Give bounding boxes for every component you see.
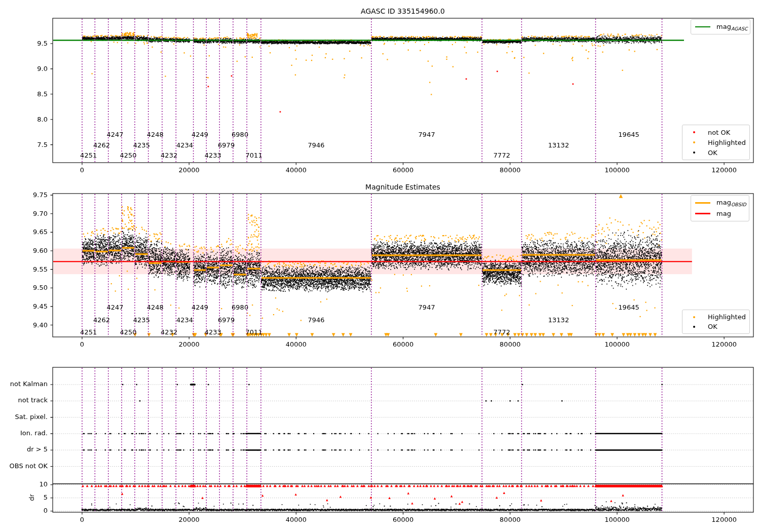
plot2-obsid-label: 4248 [147,304,164,311]
plot1-obsid-label: 4251 [80,152,97,159]
legend-entry-ok-dot [693,326,695,328]
legend-entry-ok-label: OK [708,323,717,330]
legend-entry-mag-obsid-label: magOBSID [716,199,746,207]
plot1-obsid-label: 13132 [548,142,569,149]
figure: AGASC ID 335154960.0 Magnitude Estimates… [0,0,760,532]
plot2-obsid-label: 7011 [246,329,262,336]
legend-entry-mag-line-swatch [695,213,710,214]
plot3-x-tick-label: 0 [80,516,84,523]
plot1-obsid-label: 4262 [93,142,110,149]
plot1-obsid-label: 4233 [205,152,221,159]
plot3-row-label: dr > 5 [27,446,48,453]
legend-entry-highlighted-dot [693,316,695,318]
plot1-x-tick-label: 120000 [711,167,737,174]
plot1-x-tick-label: 80000 [500,167,520,174]
legend-entry-mag-agasc-label: magAGASC [716,23,748,31]
plot2-y-tick-label: 9.50 [33,284,48,291]
legend-entry-ok-dot [693,151,695,154]
legend-entry-ok-dot-swatch [687,151,702,154]
plot1-x-tick-label: 0 [80,167,84,174]
plot1-obsid-label: 4247 [106,131,123,138]
legend-entry-highlighted-dot-swatch [687,316,702,318]
plot2-x-tick-label: 40000 [286,341,307,348]
plot2-obsid-label: 4262 [93,317,110,324]
plot1-x-tick-label: 100000 [604,167,630,174]
plot1-obsid-label: 6980 [232,131,248,138]
plot1-x-tick-label: 60000 [393,167,413,174]
legend-entry-mag-label: mag [716,210,731,217]
plot1-x-tick-label: 20000 [179,167,200,174]
legend-entry-highlighted-dot-swatch [687,141,702,143]
plot2-y-tick-label: 9.55 [33,266,48,273]
plot2-obsid-label: 4233 [205,329,221,336]
legend-entry-highlighted-dot [693,141,695,143]
legend-entry-mag: mag [695,208,745,219]
plot2-x-tick-label: 100000 [604,341,630,348]
legend-entry-highlighted-label: Highlighted [708,313,746,321]
plot3-row-label: OBS not OK [10,463,48,470]
plot1-y-tick-label: 9.0 [37,65,48,72]
plot1-obsid-label: 7011 [246,152,262,159]
plot2-obsid-label: 4251 [80,329,97,336]
plot3-x-tick-label: 20000 [179,516,200,523]
legend-entry-mag-obsid: magOBSID [695,198,745,208]
plot1-marker-legend: not OKHighlightedOK [682,125,750,160]
plot2-obsid-label: 6980 [232,304,248,311]
plot3-row-label: not Kalman [10,381,48,388]
plot1-obsid-label: 4235 [133,142,150,149]
plot3-x-tick-label: 80000 [500,516,520,523]
legend-entry-not-ok-label: not OK [708,129,730,136]
plot1-obsid-label: 4250 [120,152,137,159]
plot3-dr-tick-label: 10 [39,481,48,488]
plot1-title: AGASC ID 335154960.0 [361,8,445,15]
plot3-row-label: Ion. rad. [20,430,48,437]
plot2-obsid-label: 13132 [548,317,569,324]
plot2-y-tick-label: 9.75 [33,192,48,199]
plot3-x-tick-label: 40000 [286,516,307,523]
legend-entry-mag-agasc-line-swatch [695,26,710,28]
plot2-obsid-label: 4249 [192,304,208,311]
legend-entry-not-ok: not OK [687,127,745,137]
plot-canvas [0,0,760,532]
plot3-y-axis-label: dr [28,494,35,501]
plot2-obsid-label: 4235 [133,317,150,324]
plot1-line-legend: magAGASC [691,19,750,34]
legend-entry-highlighted: Highlighted [687,312,745,322]
plot1-y-tick-label: 8.0 [37,116,48,123]
plot3-x-tick-label: 100000 [604,516,630,523]
legend-entry-highlighted-label: Highlighted [708,139,746,146]
plot2-y-tick-label: 9.40 [33,322,48,329]
plot2-x-tick-label: 0 [80,341,84,348]
plot2-marker-legend: HighlightedOK [682,310,750,334]
plot2-x-tick-label: 20000 [179,341,200,348]
plot1-obsid-label: 7772 [493,152,510,159]
plot2-obsid-label: 4232 [161,329,177,336]
plot2-x-tick-label: 80000 [500,341,520,348]
plot2-title: Magnitude Estimates [365,183,440,191]
legend-entry-highlighted: Highlighted [687,137,745,147]
plot1-obsid-label: 19645 [618,131,639,138]
plot2-x-tick-label: 120000 [711,341,737,348]
plot1-y-tick-label: 9.5 [37,40,48,47]
plot1-obsid-label: 4234 [176,142,193,149]
legend-entry-not-ok-dot [693,131,695,133]
legend-entry-not-ok-dot-swatch [687,131,702,133]
plot2-y-tick-label: 9.45 [33,303,48,310]
plot2-obsid-label: 7947 [419,304,435,311]
plot2-y-tick-label: 9.70 [33,210,48,217]
plot2-y-tick-label: 9.65 [33,229,48,236]
legend-entry-ok-dot-swatch [687,326,702,328]
plot1-y-tick-label: 7.5 [37,141,48,148]
plot2-obsid-label: 7946 [308,317,324,324]
plot1-obsid-label: 4249 [192,131,208,138]
plot2-obsid-label: 6979 [218,317,235,324]
plot1-obsid-label: 7947 [419,131,435,138]
plot3-dr-tick-label: 5 [44,494,48,501]
plot1-x-tick-label: 40000 [286,167,307,174]
plot3-x-tick-label: 120000 [711,516,737,523]
plot2-obsid-label: 4247 [106,304,123,311]
plot1-y-tick-label: 8.5 [37,91,48,98]
plot2-line-legend: magOBSIDmag [691,195,749,221]
legend-entry-ok: OK [687,147,745,158]
plot3-x-tick-label: 60000 [393,516,413,523]
